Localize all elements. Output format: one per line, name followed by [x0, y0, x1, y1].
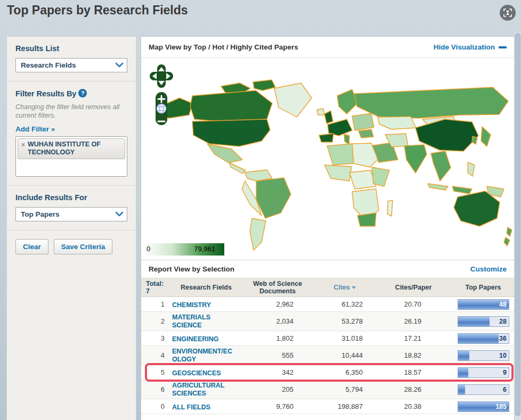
filter-tag: × WUHAN INSTITUTE OF TECHNOLOGY [18, 138, 125, 159]
top-papers-bar: 28 [458, 316, 509, 327]
save-criteria-button[interactable]: Save Criteria [54, 239, 113, 254]
field-link[interactable]: ENGINEERING [172, 335, 235, 343]
cites-per-paper-value: 20.38 [375, 402, 452, 410]
table-row: 5GEOSCIENCES3426,35018.579 [141, 365, 514, 380]
docs-value: 2,962 [240, 300, 315, 308]
bar-fill [458, 334, 499, 343]
top-papers-value: 185 [495, 403, 507, 410]
field-link[interactable]: MATERIALS SCIENCE [172, 314, 235, 330]
field-link[interactable]: ALL FIELDS [172, 403, 235, 411]
top-papers-value: 10 [499, 352, 507, 359]
triangle-down-icon [352, 286, 356, 289]
rank-cell: 5 [141, 368, 172, 376]
report-title: Report View by Selection [149, 265, 470, 273]
page-title: Top Papers by Research Fields [7, 3, 188, 18]
cites-per-paper-value: 26.19 [375, 317, 452, 325]
cites-label: Cites [333, 284, 350, 291]
cites-value: 198,887 [315, 402, 375, 410]
docs-value: 2,034 [240, 317, 315, 325]
table-row: 2MATERIALS SCIENCE2,03453,27826.1928 [141, 312, 514, 331]
bar-fill [458, 317, 490, 326]
include-results-section: Include Results For Top Papers [7, 186, 136, 230]
field-link[interactable]: CHEMISTRY [172, 301, 235, 309]
rank-cell: 3 [141, 334, 172, 342]
docs-value: 205 [240, 385, 315, 393]
bar-fill [458, 385, 465, 394]
cites-value: 10,444 [315, 351, 375, 359]
table-row: 6AGRICULTURAL SCIENCES2055,79428.266 [141, 380, 514, 399]
map-controls [150, 64, 173, 129]
top-papers-bar-cell: 36 [452, 333, 514, 344]
map-title: Map View by Top / Hot / Highly Cited Pap… [149, 43, 434, 51]
bar-fill [458, 351, 469, 360]
hide-visualization-label: Hide Visualization [434, 43, 495, 51]
column-cites-per-paper[interactable]: Cites/Paper [375, 284, 452, 291]
cites-per-paper-value: 28.26 [375, 385, 452, 393]
cites-value: 53,278 [315, 317, 375, 325]
expand-hourglass-icon[interactable] [500, 5, 516, 21]
include-results-dropdown[interactable]: Top Papers [15, 207, 127, 221]
docs-value: 9,760 [240, 402, 315, 410]
help-icon[interactable]: ? [78, 89, 87, 97]
chevron-down-icon [115, 210, 124, 219]
total-label: Total: [146, 280, 172, 287]
top-papers-bar: 48 [458, 299, 509, 310]
table-row: 0ALL FIELDS9,760198,88720.38185 [141, 399, 514, 414]
column-research-fields[interactable]: Research Fields [172, 284, 240, 291]
filter-heading-label: Filter Results By [15, 89, 76, 98]
top-papers-bar-cell: 10 [452, 350, 514, 361]
column-top-papers[interactable]: Top Papers [452, 284, 514, 291]
top-papers-bar-cell: 9 [452, 367, 514, 378]
rank-cell: 6 [141, 385, 172, 393]
top-papers-value: 28 [499, 318, 507, 325]
cites-value: 5,794 [315, 385, 375, 393]
column-cites-sorted[interactable]: Cites [315, 284, 375, 291]
cites-value: 31,018 [315, 334, 375, 342]
top-papers-bar-cell: 6 [452, 384, 514, 395]
cites-per-paper-value: 17.21 [375, 334, 452, 342]
table-row: 1CHEMISTRY2,96261,32220.7048 [141, 297, 514, 312]
map-header: Map View by Top / Hot / Highly Cited Pap… [141, 37, 514, 58]
results-list-heading: Results List [15, 44, 127, 53]
filter-heading: Filter Results By ? [15, 89, 127, 98]
sidebar: Results List Research Fields Filter Resu… [6, 36, 136, 420]
table-row: 4ENVIRONMENT/ECOLOGY55510,44418.8210 [141, 346, 514, 365]
customize-label: Customize [470, 265, 507, 273]
field-link[interactable]: GEOSCIENCES [172, 369, 235, 377]
top-papers-bar-cell: 48 [452, 299, 514, 310]
pan-arrows-icon [150, 64, 173, 88]
map-color-scale: 0 79,961 [144, 243, 224, 256]
total-count: 7 [146, 287, 172, 295]
top-papers-bar: 36 [458, 333, 509, 344]
include-results-selected: Top Papers [21, 210, 115, 218]
scrollbar-thumb[interactable] [515, 33, 520, 416]
sidebar-actions: Clear Save Criteria [7, 230, 136, 263]
hide-visualization-link[interactable]: Hide Visualization [434, 43, 507, 51]
top-papers-bar: 185 [458, 401, 509, 412]
rank-cell: 2 [141, 317, 172, 325]
results-list-dropdown[interactable]: Research Fields [15, 58, 127, 72]
top-papers-bar: 9 [458, 367, 509, 378]
rank-cell: 4 [141, 351, 172, 359]
column-wos-documents[interactable]: Web of Science Documents [240, 280, 315, 295]
table-row: 3ENGINEERING1,80231,01817.2136 [141, 331, 514, 346]
add-filter-link[interactable]: Add Filter » [15, 125, 55, 133]
filter-section: Filter Results By ? Changing the filter … [7, 81, 136, 186]
top-papers-value: 9 [503, 369, 507, 376]
field-link[interactable]: ENVIRONMENT/ECOLOGY [172, 348, 235, 364]
clear-button[interactable]: Clear [15, 239, 48, 254]
cites-value: 61,322 [315, 300, 375, 308]
top-papers-value: 6 [503, 386, 507, 393]
top-papers-bar-cell: 28 [452, 316, 514, 327]
remove-filter-icon[interactable]: × [21, 141, 25, 157]
vertical-scrollbar[interactable] [515, 32, 521, 420]
report-header: Report View by Selection Customize [141, 260, 514, 278]
rank-cell: 1 [141, 300, 172, 308]
top-papers-bar: 6 [458, 384, 509, 395]
customize-link[interactable]: Customize [470, 265, 507, 273]
results-list-section: Results List Research Fields [7, 37, 136, 81]
world-map[interactable] [141, 58, 514, 260]
field-link[interactable]: AGRICULTURAL SCIENCES [172, 382, 235, 398]
scale-min-label: 0 [146, 245, 150, 253]
table-header-row: Total: 7 Research Fields Web of Science … [141, 278, 514, 297]
